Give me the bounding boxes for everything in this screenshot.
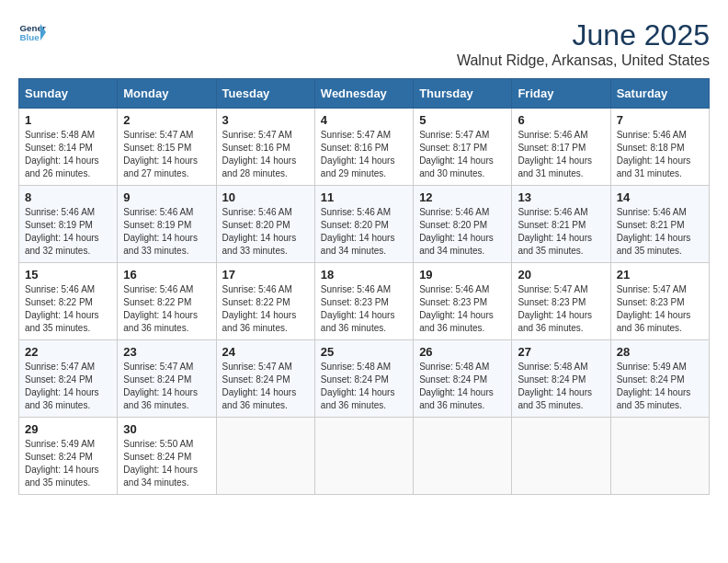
day-number: 2 xyxy=(123,113,210,127)
calendar-cell: 11Sunrise: 5:46 AM Sunset: 8:20 PM Dayli… xyxy=(314,186,413,263)
calendar-header-wednesday: Wednesday xyxy=(314,79,413,109)
calendar-cell: 26Sunrise: 5:48 AM Sunset: 8:24 PM Dayli… xyxy=(414,340,512,418)
day-number: 17 xyxy=(222,268,309,282)
day-info: Sunrise: 5:47 AM Sunset: 8:17 PM Dayligh… xyxy=(419,129,506,180)
day-number: 5 xyxy=(419,113,506,127)
day-number: 1 xyxy=(25,113,111,127)
main-title: June 2025 xyxy=(457,18,710,52)
day-number: 15 xyxy=(25,268,111,282)
day-info: Sunrise: 5:47 AM Sunset: 8:24 PM Dayligh… xyxy=(25,361,111,412)
day-info: Sunrise: 5:49 AM Sunset: 8:24 PM Dayligh… xyxy=(617,361,703,412)
day-info: Sunrise: 5:46 AM Sunset: 8:22 PM Dayligh… xyxy=(222,283,309,335)
day-info: Sunrise: 5:46 AM Sunset: 8:20 PM Dayligh… xyxy=(321,206,407,258)
day-info: Sunrise: 5:46 AM Sunset: 8:20 PM Dayligh… xyxy=(222,206,309,258)
day-info: Sunrise: 5:47 AM Sunset: 8:16 PM Dayligh… xyxy=(222,129,309,180)
calendar-cell: 5Sunrise: 5:47 AM Sunset: 8:17 PM Daylig… xyxy=(414,109,512,186)
calendar-cell: 18Sunrise: 5:46 AM Sunset: 8:23 PM Dayli… xyxy=(314,263,413,340)
svg-text:Blue: Blue xyxy=(20,32,40,42)
title-section: June 2025 Walnut Ridge, Arkansas, United… xyxy=(457,18,710,69)
day-number: 12 xyxy=(419,190,506,204)
calendar-cell: 17Sunrise: 5:46 AM Sunset: 8:22 PM Dayli… xyxy=(216,263,314,340)
calendar-cell: 28Sunrise: 5:49 AM Sunset: 8:24 PM Dayli… xyxy=(610,340,709,418)
calendar-cell: 14Sunrise: 5:46 AM Sunset: 8:21 PM Dayli… xyxy=(610,186,709,263)
day-number: 23 xyxy=(123,345,210,359)
day-info: Sunrise: 5:48 AM Sunset: 8:24 PM Dayligh… xyxy=(321,361,407,412)
day-info: Sunrise: 5:48 AM Sunset: 8:14 PM Dayligh… xyxy=(25,129,111,180)
calendar-cell xyxy=(414,418,512,495)
calendar-cell: 4Sunrise: 5:47 AM Sunset: 8:16 PM Daylig… xyxy=(314,109,413,186)
day-number: 13 xyxy=(518,190,604,204)
day-info: Sunrise: 5:47 AM Sunset: 8:15 PM Dayligh… xyxy=(123,129,210,180)
day-info: Sunrise: 5:47 AM Sunset: 8:23 PM Dayligh… xyxy=(617,283,703,335)
day-number: 25 xyxy=(321,345,407,359)
day-number: 30 xyxy=(123,422,210,436)
day-info: Sunrise: 5:46 AM Sunset: 8:21 PM Dayligh… xyxy=(518,206,604,258)
day-info: Sunrise: 5:46 AM Sunset: 8:23 PM Dayligh… xyxy=(419,283,506,335)
calendar-cell: 27Sunrise: 5:48 AM Sunset: 8:24 PM Dayli… xyxy=(512,340,610,418)
day-number: 29 xyxy=(25,422,111,436)
logo-icon: General Blue xyxy=(18,18,46,46)
calendar-cell: 15Sunrise: 5:46 AM Sunset: 8:22 PM Dayli… xyxy=(19,263,118,340)
day-info: Sunrise: 5:46 AM Sunset: 8:18 PM Dayligh… xyxy=(617,129,703,180)
calendar-cell: 16Sunrise: 5:46 AM Sunset: 8:22 PM Dayli… xyxy=(118,263,216,340)
calendar-cell xyxy=(314,418,413,495)
calendar-cell: 7Sunrise: 5:46 AM Sunset: 8:18 PM Daylig… xyxy=(610,109,709,186)
calendar-week-3: 15Sunrise: 5:46 AM Sunset: 8:22 PM Dayli… xyxy=(19,263,710,340)
day-number: 28 xyxy=(617,345,703,359)
calendar-week-4: 22Sunrise: 5:47 AM Sunset: 8:24 PM Dayli… xyxy=(19,340,710,418)
day-number: 3 xyxy=(222,113,309,127)
day-number: 11 xyxy=(321,190,407,204)
day-info: Sunrise: 5:46 AM Sunset: 8:23 PM Dayligh… xyxy=(321,283,407,335)
page-header: General Blue June 2025 Walnut Ridge, Ark… xyxy=(18,18,710,69)
calendar-cell: 9Sunrise: 5:46 AM Sunset: 8:19 PM Daylig… xyxy=(118,186,216,263)
calendar-cell: 24Sunrise: 5:47 AM Sunset: 8:24 PM Dayli… xyxy=(216,340,314,418)
day-number: 16 xyxy=(123,268,210,282)
calendar-cell: 21Sunrise: 5:47 AM Sunset: 8:23 PM Dayli… xyxy=(610,263,709,340)
calendar-week-2: 8Sunrise: 5:46 AM Sunset: 8:19 PM Daylig… xyxy=(19,186,710,263)
calendar-cell xyxy=(512,418,610,495)
day-info: Sunrise: 5:46 AM Sunset: 8:22 PM Dayligh… xyxy=(123,283,210,335)
calendar-cell: 1Sunrise: 5:48 AM Sunset: 8:14 PM Daylig… xyxy=(19,109,118,186)
calendar-cell: 20Sunrise: 5:47 AM Sunset: 8:23 PM Dayli… xyxy=(512,263,610,340)
calendar-cell: 13Sunrise: 5:46 AM Sunset: 8:21 PM Dayli… xyxy=(512,186,610,263)
calendar-header-tuesday: Tuesday xyxy=(216,79,314,109)
day-number: 27 xyxy=(518,345,604,359)
day-info: Sunrise: 5:48 AM Sunset: 8:24 PM Dayligh… xyxy=(518,361,604,412)
day-info: Sunrise: 5:46 AM Sunset: 8:19 PM Dayligh… xyxy=(25,206,111,258)
day-number: 20 xyxy=(518,268,604,282)
day-number: 19 xyxy=(419,268,506,282)
day-info: Sunrise: 5:46 AM Sunset: 8:20 PM Dayligh… xyxy=(419,206,506,258)
day-info: Sunrise: 5:48 AM Sunset: 8:24 PM Dayligh… xyxy=(419,361,506,412)
calendar-cell: 12Sunrise: 5:46 AM Sunset: 8:20 PM Dayli… xyxy=(414,186,512,263)
calendar-cell: 22Sunrise: 5:47 AM Sunset: 8:24 PM Dayli… xyxy=(19,340,118,418)
calendar-cell: 30Sunrise: 5:50 AM Sunset: 8:24 PM Dayli… xyxy=(118,418,216,495)
day-number: 4 xyxy=(321,113,407,127)
day-number: 22 xyxy=(25,345,111,359)
day-info: Sunrise: 5:47 AM Sunset: 8:24 PM Dayligh… xyxy=(222,361,309,412)
calendar-cell: 8Sunrise: 5:46 AM Sunset: 8:19 PM Daylig… xyxy=(19,186,118,263)
calendar-cell: 6Sunrise: 5:46 AM Sunset: 8:17 PM Daylig… xyxy=(512,109,610,186)
calendar-header-saturday: Saturday xyxy=(610,79,709,109)
calendar-cell: 19Sunrise: 5:46 AM Sunset: 8:23 PM Dayli… xyxy=(414,263,512,340)
calendar-cell: 25Sunrise: 5:48 AM Sunset: 8:24 PM Dayli… xyxy=(314,340,413,418)
calendar-header-monday: Monday xyxy=(118,79,216,109)
day-info: Sunrise: 5:46 AM Sunset: 8:19 PM Dayligh… xyxy=(123,206,210,258)
day-info: Sunrise: 5:50 AM Sunset: 8:24 PM Dayligh… xyxy=(123,438,210,489)
day-number: 26 xyxy=(419,345,506,359)
calendar-cell: 23Sunrise: 5:47 AM Sunset: 8:24 PM Dayli… xyxy=(118,340,216,418)
day-info: Sunrise: 5:47 AM Sunset: 8:16 PM Dayligh… xyxy=(321,129,407,180)
day-info: Sunrise: 5:46 AM Sunset: 8:17 PM Dayligh… xyxy=(518,129,604,180)
calendar-cell: 2Sunrise: 5:47 AM Sunset: 8:15 PM Daylig… xyxy=(118,109,216,186)
day-number: 7 xyxy=(617,113,703,127)
calendar-cell: 29Sunrise: 5:49 AM Sunset: 8:24 PM Dayli… xyxy=(19,418,118,495)
calendar-week-5: 29Sunrise: 5:49 AM Sunset: 8:24 PM Dayli… xyxy=(19,418,710,495)
day-info: Sunrise: 5:46 AM Sunset: 8:21 PM Dayligh… xyxy=(617,206,703,258)
day-number: 10 xyxy=(222,190,309,204)
day-number: 9 xyxy=(123,190,210,204)
day-number: 24 xyxy=(222,345,309,359)
day-number: 21 xyxy=(617,268,703,282)
calendar-header-thursday: Thursday xyxy=(414,79,512,109)
calendar-header-sunday: Sunday xyxy=(19,79,118,109)
subtitle: Walnut Ridge, Arkansas, United States xyxy=(457,52,710,69)
calendar-header-friday: Friday xyxy=(512,79,610,109)
